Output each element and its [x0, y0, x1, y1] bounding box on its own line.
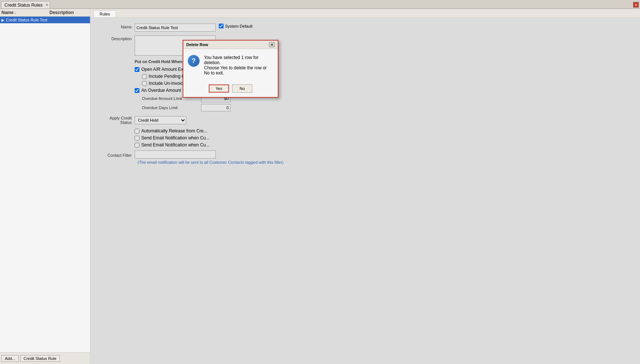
dialog-title: Delete Row: [186, 42, 208, 47]
credit-status-rules-tab[interactable]: Credit Status Rules ✕: [1, 1, 50, 8]
rules-content: Name System Default Description Put on C…: [90, 18, 640, 364]
dialog-title-bar: Delete Row ✕: [183, 41, 278, 49]
dialog-no-button[interactable]: No: [232, 84, 252, 93]
sort-arrow-icon: ↓: [14, 11, 16, 14]
list-header: Name ↓ Description: [0, 9, 90, 17]
dialog-overlay: Delete Row ✕ ? You have selected 1 row f…: [90, 18, 640, 364]
delete-row-dialog: Delete Row ✕ ? You have selected 1 row f…: [183, 40, 279, 98]
bottom-bar: Add... Credit Status Rule: [0, 352, 90, 364]
list-item[interactable]: ▶ Credit Status Rule Test: [0, 17, 90, 24]
row-arrow-icon: ▶: [1, 18, 4, 22]
main-container: Name ↓ Description ▶ Credit Status Rule …: [0, 9, 640, 364]
tab-label: Credit Status Rules: [4, 3, 42, 8]
rules-tab[interactable]: Rules: [93, 10, 116, 17]
window-close-button[interactable]: ✕: [633, 2, 639, 8]
tab-close-icon[interactable]: ✕: [45, 3, 48, 7]
credit-status-rule-button[interactable]: Credit Status Rule: [20, 355, 60, 362]
dialog-body: ? You have selected 1 row for deletion. …: [183, 49, 278, 82]
dialog-question-icon: ?: [188, 55, 200, 67]
right-panel: Rules Name System Default Description Pu…: [90, 9, 640, 364]
dialog-message-line2: Choose Yes to delete the row or No to ex…: [204, 65, 273, 76]
list-items: ▶ Credit Status Rule Test: [0, 17, 90, 352]
tab-bar: Credit Status Rules ✕ ✕: [0, 0, 640, 9]
dialog-message: You have selected 1 row for deletion. Ch…: [204, 55, 273, 76]
add-button[interactable]: Add...: [1, 355, 19, 362]
dialog-buttons: Yes No: [183, 82, 278, 97]
dialog-close-button[interactable]: ✕: [269, 42, 275, 47]
dialog-yes-button[interactable]: Yes: [209, 84, 229, 93]
list-item-name: Credit Status Rule Test: [6, 18, 47, 22]
rules-tab-bar: Rules: [90, 9, 640, 18]
left-panel: Name ↓ Description ▶ Credit Status Rule …: [0, 9, 90, 364]
name-column-header: Name ↓: [1, 10, 49, 15]
description-column-header: Description: [49, 10, 74, 15]
dialog-message-line1: You have selected 1 row for deletion.: [204, 55, 273, 65]
